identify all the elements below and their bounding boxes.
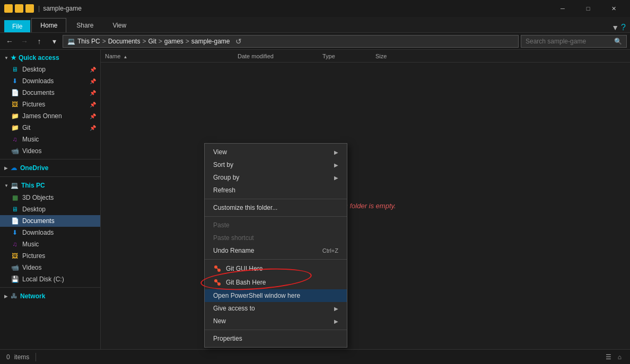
sidebar-item-jamesonnen[interactable]: 📁 James Onnen 📌 [0, 110, 100, 122]
detail-view-button[interactable]: ☰ [603, 352, 614, 362]
james-label: James Onnen [22, 112, 62, 120]
col-header-size[interactable]: Size [375, 53, 418, 59]
ctx-paste-shortcut[interactable]: Paste shortcut [205, 232, 347, 244]
thispc-arrow: ▼ [4, 183, 8, 188]
tab-home[interactable]: Home [31, 18, 66, 32]
title-bar: | sample-game ─ □ ✕ [0, 0, 630, 17]
videos-icon: 📹 [11, 147, 19, 155]
sidebar-item-pictures-pc[interactable]: 🖼 Pictures [0, 250, 100, 262]
ctx-sortby-arrow: ▶ [334, 162, 338, 168]
sidebar-item-pictures[interactable]: 🖼 Pictures 📌 [0, 99, 100, 110]
col-header-date[interactable]: Date modified [238, 53, 322, 59]
ctx-refresh[interactable]: Refresh [205, 184, 347, 197]
sidebar-item-music[interactable]: ♫ Music [0, 134, 100, 145]
ctx-customize[interactable]: Customize this folder... [205, 201, 347, 214]
ctx-refresh-label: Refresh [213, 187, 235, 194]
col-header-type[interactable]: Type [322, 53, 375, 59]
ctx-groupby[interactable]: Group by ▶ [205, 171, 347, 184]
back-button[interactable]: ← [3, 35, 16, 48]
tab-file[interactable]: File [4, 20, 30, 32]
tab-share[interactable]: Share [67, 18, 102, 32]
sep4: > [186, 38, 189, 45]
item-count: 0 [6, 353, 10, 361]
ctx-sep2 [205, 216, 347, 217]
close-button[interactable]: ✕ [601, 0, 626, 17]
status-bar: 0 items ☰ ⌂ [0, 349, 630, 364]
forward-button[interactable]: → [18, 35, 31, 48]
ctx-new-left: New [213, 317, 226, 325]
sidebar-item-downloads[interactable]: ⬇ Downloads 📌 [0, 75, 100, 87]
maximize-button[interactable]: □ [576, 0, 600, 17]
ctx-give-access[interactable]: Give access to ▶ [205, 302, 347, 315]
sort-arrow: ▲ [123, 55, 127, 59]
sidebar-item-documents-pc[interactable]: 📄 Documents [0, 215, 100, 227]
localdisk-icon: 💾 [11, 275, 19, 283]
pin-icon-documents: 📌 [90, 90, 96, 96]
pin-icon-pictures: 📌 [90, 102, 96, 108]
network-header[interactable]: ▶ 🖧 Network [0, 290, 100, 303]
breadcrumb-documents[interactable]: Documents [108, 38, 141, 45]
address-box[interactable]: 💻 This PC > Documents > Git > games > sa… [63, 35, 519, 48]
ctx-paste-label: Paste [213, 221, 230, 229]
ctx-customize-label: Customize this folder... [213, 204, 277, 211]
ctx-powershell[interactable]: Open PowerShell window here [205, 289, 347, 302]
ctx-give-access-arrow: ▶ [334, 306, 338, 312]
onedrive-header[interactable]: ▶ ☁ OneDrive [0, 162, 100, 174]
documents-pc-icon: 📄 [11, 217, 19, 225]
3dobjects-label: 3D Objects [22, 194, 54, 201]
ctx-sortby-label: Sort by [213, 161, 233, 168]
tab-view[interactable]: View [103, 18, 135, 32]
ctx-give-access-label: Give access to [213, 305, 255, 312]
network-arrow: ▶ [4, 294, 7, 299]
sidebar-item-localdisk[interactable]: 💾 Local Disk (C:) [0, 273, 100, 285]
address-refresh-button[interactable]: ↺ [232, 35, 245, 48]
git-folder-icon: 📁 [11, 123, 19, 132]
music-pc-icon: ♫ [11, 240, 19, 248]
svg-line-2 [216, 267, 219, 270]
ctx-undo-rename[interactable]: Undo Rename Ctrl+Z [205, 244, 347, 257]
sidebar-item-videos[interactable]: 📹 Videos [0, 145, 100, 157]
sidebar-item-desktop[interactable]: 🖥 Desktop 📌 [0, 64, 100, 75]
sidebar-item-3dobjects[interactable]: ▦ 3D Objects [0, 192, 100, 203]
quick-access-header[interactable]: ▼ ★ Quick access [0, 52, 100, 64]
breadcrumb-git[interactable]: Git [148, 38, 156, 45]
git-gui-icon [213, 264, 222, 273]
col-header-name[interactable]: Name ▲ [105, 53, 238, 59]
ctx-git-bash[interactable]: Git Bash Here [205, 276, 347, 289]
pin-icon-james: 📌 [90, 113, 96, 119]
recent-dropdown[interactable]: ▾ [48, 35, 60, 48]
thispc-header[interactable]: ▼ 💻 This PC [0, 179, 100, 192]
ctx-new[interactable]: New ▶ [205, 315, 347, 327]
ribbon-collapse-arrow[interactable]: ▼ [611, 23, 619, 32]
ctx-view-left: View [213, 148, 227, 156]
breadcrumb-thispc[interactable]: This PC [77, 38, 100, 45]
breadcrumb-samplegame[interactable]: sample-game [191, 38, 230, 45]
ctx-groupby-label: Group by [213, 174, 239, 181]
large-icon-view-button[interactable]: ⌂ [616, 352, 624, 362]
search-input[interactable] [526, 38, 612, 45]
sidebar-item-desktop-pc[interactable]: 🖥 Desktop [0, 203, 100, 215]
git-label: Git [22, 124, 30, 131]
ctx-undo-shortcut: Ctrl+Z [322, 247, 338, 254]
ctx-view[interactable]: View ▶ [205, 146, 347, 158]
ctx-paste[interactable]: Paste [205, 219, 347, 232]
sidebar-item-music-pc[interactable]: ♫ Music [0, 238, 100, 250]
desktop-label: Desktop [22, 66, 46, 73]
sidebar-item-downloads-pc[interactable]: ⬇ Downloads [0, 227, 100, 238]
sidebar-item-videos-pc[interactable]: 📹 Videos [0, 262, 100, 273]
minimize-button[interactable]: ─ [550, 0, 575, 17]
folder-icon2 [15, 4, 23, 13]
context-menu: View ▶ Sort by ▶ Group by ▶ Refresh Cust… [204, 143, 347, 348]
help-icon[interactable]: ? [621, 23, 626, 32]
james-folder-icon: 📁 [11, 112, 19, 120]
up-button[interactable]: ↑ [33, 35, 46, 48]
search-box[interactable]: 🔍 [521, 35, 627, 48]
ctx-sortby[interactable]: Sort by ▶ [205, 158, 347, 171]
ctx-properties[interactable]: Properties [205, 332, 347, 345]
ctx-git-gui[interactable]: Git GUI Here [205, 262, 347, 276]
items-label: items [14, 353, 30, 361]
sidebar-item-documents[interactable]: 📄 Documents 📌 [0, 87, 100, 99]
sidebar-divider1 [0, 159, 100, 159]
sidebar-item-git[interactable]: 📁 Git 📌 [0, 122, 100, 134]
breadcrumb-games[interactable]: games [164, 38, 183, 45]
